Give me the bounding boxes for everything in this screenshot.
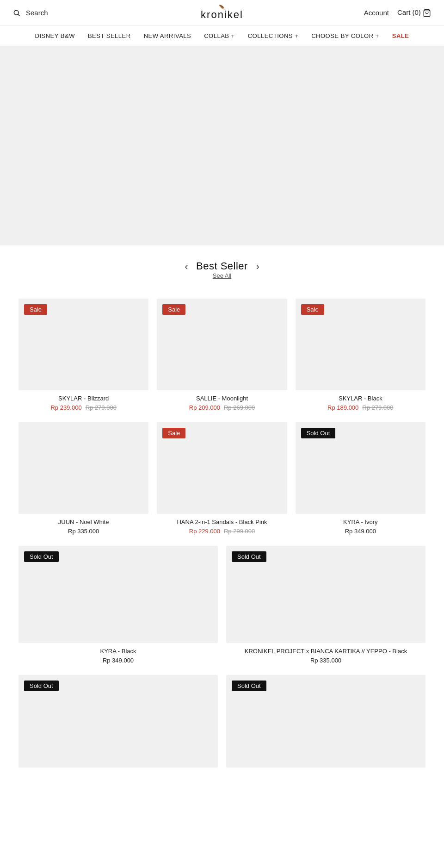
- product-card-juun-noel-white[interactable]: JUUN - Noel White Rp 335.000: [18, 422, 148, 537]
- product-info: KYRA - Black Rp 349.000: [18, 643, 218, 667]
- svg-point-0: [14, 10, 18, 15]
- product-grid-row3: Sold Out KYRA - Black Rp 349.000 Sold Ou…: [0, 537, 444, 667]
- product-grid-row1: Sale SKYLAR - Blizzard Rp 239.000 Rp 279…: [0, 299, 444, 414]
- cart-link[interactable]: Cart (0): [397, 8, 431, 17]
- product-grid-row2: JUUN - Noel White Rp 335.000 Sale HANA 2…: [0, 414, 444, 537]
- product-name: KYRA - Ivory: [297, 518, 424, 525]
- nav-item-sale[interactable]: SALE: [392, 32, 409, 39]
- sale-badge: Sale: [24, 304, 47, 315]
- price-sale: Rp 189.000: [327, 404, 358, 411]
- product-image: Sold Out: [18, 675, 218, 768]
- search-icon: [13, 9, 20, 17]
- main-nav: DISNEY B&W BEST SELLER NEW ARRIVALS COLL…: [0, 26, 444, 46]
- product-image: [18, 422, 148, 514]
- see-all-link[interactable]: See All: [18, 272, 426, 279]
- product-card-bottom-left[interactable]: Sold Out: [18, 675, 218, 768]
- product-name: JUUN - Noel White: [20, 518, 147, 525]
- price-regular: Rp 335.000: [68, 528, 99, 535]
- nav-item-collections[interactable]: COLLECTIONS +: [248, 32, 298, 39]
- account-link[interactable]: Account: [364, 9, 389, 17]
- product-image: Sale: [296, 299, 426, 390]
- sold-out-badge: Sold Out: [232, 681, 266, 691]
- product-price: Rp 189.000 Rp 279.000: [297, 404, 424, 411]
- product-info: KRONIKEL PROJECT x BIANCA KARTIKA // YEP…: [226, 643, 426, 667]
- section-title-row: ‹ Best Seller ›: [18, 260, 426, 272]
- price-regular: Rp 349.000: [103, 657, 134, 664]
- logo[interactable]: 🪶 kronikel: [201, 5, 243, 21]
- logo-text: kronikel: [201, 9, 243, 20]
- product-name: SKYLAR - Blizzard: [20, 395, 147, 402]
- sale-badge: Sale: [162, 304, 185, 315]
- product-card-kronikel-bianca-yeppo-black[interactable]: Sold Out KRONIKEL PROJECT x BIANCA KARTI…: [226, 546, 426, 667]
- svg-line-1: [18, 14, 20, 16]
- nav-item-best-seller[interactable]: BEST SELLER: [88, 32, 131, 39]
- product-info: KYRA - Ivory Rp 349.000: [296, 514, 426, 537]
- product-image: Sold Out: [226, 546, 426, 643]
- sold-out-badge: Sold Out: [301, 428, 336, 438]
- product-image: Sold Out: [18, 546, 218, 643]
- product-price: Rp 335.000: [20, 528, 147, 535]
- search-button[interactable]: Search: [13, 9, 48, 17]
- best-seller-section: ‹ Best Seller › See All: [0, 245, 444, 299]
- search-label: Search: [26, 9, 48, 17]
- product-card-skylar-blizzard[interactable]: Sale SKYLAR - Blizzard Rp 239.000 Rp 279…: [18, 299, 148, 414]
- price-original: Rp 299.000: [224, 528, 255, 535]
- sold-out-badge: Sold Out: [24, 681, 59, 691]
- prev-button[interactable]: ‹: [185, 261, 188, 272]
- price-sale: Rp 239.000: [50, 404, 81, 411]
- product-info: HANA 2-in-1 Sandals - Black Pink Rp 229.…: [157, 514, 287, 537]
- header: Search 🪶 kronikel Account Cart (0): [0, 0, 444, 26]
- product-image: Sale: [157, 422, 287, 514]
- product-image: Sold Out: [226, 675, 426, 768]
- sale-badge: Sale: [162, 428, 185, 438]
- price-original: Rp 279.000: [362, 404, 393, 411]
- product-info: SALLIE - Moonlight Rp 209.000 Rp 269.000: [157, 390, 287, 414]
- product-card-kyra-ivory[interactable]: Sold Out KYRA - Ivory Rp 349.000: [296, 422, 426, 537]
- product-price: Rp 229.000 Rp 299.000: [159, 528, 285, 535]
- nav-item-new-arrivals[interactable]: NEW ARRIVALS: [144, 32, 191, 39]
- header-right: Account Cart (0): [364, 8, 431, 17]
- product-name: KYRA - Black: [20, 648, 216, 655]
- product-info: SKYLAR - Black Rp 189.000 Rp 279.000: [296, 390, 426, 414]
- product-image: Sale: [18, 299, 148, 390]
- product-card-skylar-black[interactable]: Sale SKYLAR - Black Rp 189.000 Rp 279.00…: [296, 299, 426, 414]
- product-info: JUUN - Noel White Rp 335.000: [18, 514, 148, 537]
- sale-badge: Sale: [301, 304, 324, 315]
- section-header: ‹ Best Seller › See All: [18, 260, 426, 279]
- nav-item-collab[interactable]: COLLAB +: [204, 32, 235, 39]
- product-name: SALLIE - Moonlight: [159, 395, 285, 402]
- product-price: Rp 335.000: [228, 657, 424, 664]
- section-title: Best Seller: [196, 260, 248, 272]
- cart-icon: [423, 9, 431, 17]
- product-grid-row4: Sold Out Sold Out: [0, 667, 444, 786]
- product-image: Sold Out: [296, 422, 426, 514]
- sold-out-badge: Sold Out: [232, 551, 266, 562]
- sold-out-badge: Sold Out: [24, 551, 59, 562]
- nav-item-disney-bw[interactable]: DISNEY B&W: [35, 32, 75, 39]
- next-button[interactable]: ›: [256, 261, 259, 272]
- price-sale: Rp 209.000: [189, 404, 220, 411]
- product-name: SKYLAR - Black: [297, 395, 424, 402]
- price-original: Rp 279.000: [86, 404, 117, 411]
- product-card-kyra-black[interactable]: Sold Out KYRA - Black Rp 349.000: [18, 546, 218, 667]
- product-card-bottom-right[interactable]: Sold Out: [226, 675, 426, 768]
- price-sale: Rp 229.000: [189, 528, 220, 535]
- product-image: Sale: [157, 299, 287, 390]
- product-price: Rp 209.000 Rp 269.000: [159, 404, 285, 411]
- nav-item-choose-by-color[interactable]: CHOOSE BY COLOR +: [311, 32, 379, 39]
- price-original: Rp 269.000: [224, 404, 255, 411]
- product-card-hana-2in1-black-pink[interactable]: Sale HANA 2-in-1 Sandals - Black Pink Rp…: [157, 422, 287, 537]
- product-price: Rp 349.000: [20, 657, 216, 664]
- product-name: KRONIKEL PROJECT x BIANCA KARTIKA // YEP…: [228, 648, 424, 655]
- price-regular: Rp 349.000: [345, 528, 376, 535]
- price-regular: Rp 335.000: [310, 657, 341, 664]
- product-price: Rp 349.000: [297, 528, 424, 535]
- product-name: HANA 2-in-1 Sandals - Black Pink: [159, 518, 285, 525]
- hero-banner: [0, 46, 444, 245]
- product-card-sallie-moonlight[interactable]: Sale SALLIE - Moonlight Rp 209.000 Rp 26…: [157, 299, 287, 414]
- product-price: Rp 239.000 Rp 279.000: [20, 404, 147, 411]
- product-info: SKYLAR - Blizzard Rp 239.000 Rp 279.000: [18, 390, 148, 414]
